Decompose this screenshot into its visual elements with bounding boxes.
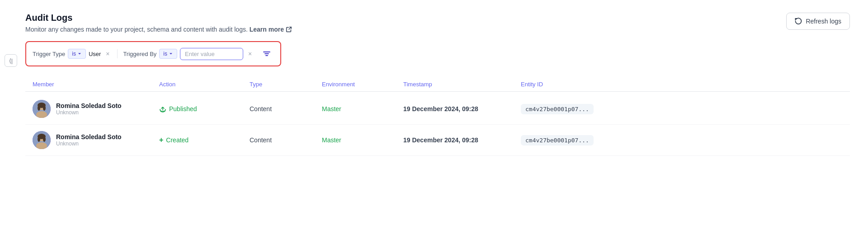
member-cell-1: Romina Soledad Soto Unknown <box>33 100 159 118</box>
action-cell-2: + Created <box>159 136 250 144</box>
col-header-timestamp: Timestamp <box>403 81 521 88</box>
created-plus-icon: + <box>159 136 163 144</box>
external-link-icon <box>286 26 292 33</box>
member-name-2: Romina Soledad Soto <box>56 133 122 141</box>
avatar-image-1 <box>33 100 51 118</box>
member-cell-2: Romina Soledad Soto Unknown <box>33 131 159 149</box>
entity-id-cell-1: cm4v27be0001p07... <box>521 104 594 114</box>
chevron-down-icon <box>77 52 82 56</box>
col-header-environment: Environment <box>322 81 403 88</box>
filter-options-button[interactable] <box>259 47 274 61</box>
filter-triggered-by-clear[interactable]: × <box>246 50 254 58</box>
timestamp-cell-2: 19 December 2024, 09:28 <box>403 136 521 144</box>
table-row: Romina Soledad Soto Unknown Published Co… <box>25 94 850 125</box>
filter-triggered-by: Triggered By is × <box>123 48 254 60</box>
timestamp-cell-1: 19 December 2024, 09:28 <box>403 105 521 112</box>
table-row: Romina Soledad Soto Unknown + Created Co… <box>25 125 850 156</box>
avatar-1 <box>33 100 51 118</box>
member-sub-2: Unknown <box>56 141 122 147</box>
col-header-entity-id: Entity ID <box>521 81 843 88</box>
member-name-1: Romina Soledad Soto <box>56 102 122 109</box>
filter-divider <box>117 49 118 58</box>
member-sub-1: Unknown <box>56 109 122 116</box>
published-icon <box>159 105 166 112</box>
col-header-type: Type <box>250 81 322 88</box>
avatar-image-2 <box>33 131 51 149</box>
env-cell-2: Master <box>322 136 403 144</box>
env-cell-1: Master <box>322 105 403 112</box>
action-cell-1: Published <box>159 105 250 112</box>
svg-point-14 <box>43 136 46 142</box>
svg-point-13 <box>38 136 40 142</box>
filter-trigger-type-clear[interactable]: × <box>104 50 112 58</box>
table-header: Member Action Type Environment Timestamp… <box>25 77 850 92</box>
page-title: Audit Logs <box>25 13 292 23</box>
svg-point-8 <box>43 105 46 111</box>
filter-trigger-type-operator[interactable]: is <box>68 49 86 59</box>
page-header: Audit Logs Monitor any changes made to y… <box>25 13 850 33</box>
type-cell-2: Content <box>250 136 322 144</box>
refresh-icon <box>795 18 802 25</box>
col-header-action: Action <box>159 81 250 88</box>
member-info-2: Romina Soledad Soto Unknown <box>56 133 122 147</box>
audit-logs-table: Member Action Type Environment Timestamp… <box>25 77 850 156</box>
chevron-down-icon-2 <box>169 52 173 56</box>
back-icon: ⟨| <box>9 57 13 64</box>
back-button[interactable]: ⟨| <box>5 54 17 67</box>
filter-lines-icon <box>263 50 271 58</box>
entity-id-cell-2: cm4v27be0001p07... <box>521 135 594 145</box>
member-info-1: Romina Soledad Soto Unknown <box>56 102 122 116</box>
col-header-member: Member <box>33 81 159 88</box>
refresh-logs-button[interactable]: Refresh logs <box>786 13 850 30</box>
avatar-2 <box>33 131 51 149</box>
svg-point-7 <box>38 105 40 111</box>
filter-triggered-by-input[interactable] <box>180 48 243 60</box>
type-cell-1: Content <box>250 105 322 112</box>
header-left: Audit Logs Monitor any changes made to y… <box>25 13 292 33</box>
filter-triggered-by-label: Triggered By <box>123 51 156 57</box>
filter-trigger-type-value: User <box>89 51 101 57</box>
learn-more-link[interactable]: Learn more <box>250 26 292 33</box>
page-subtitle: Monitor any changes made to your project… <box>25 26 292 33</box>
filter-trigger-type: Trigger Type is User × <box>33 49 112 59</box>
filter-trigger-type-label: Trigger Type <box>33 51 65 57</box>
filter-bar: Trigger Type is User × Triggered By is × <box>25 41 281 66</box>
filter-triggered-by-operator[interactable]: is <box>159 49 177 59</box>
